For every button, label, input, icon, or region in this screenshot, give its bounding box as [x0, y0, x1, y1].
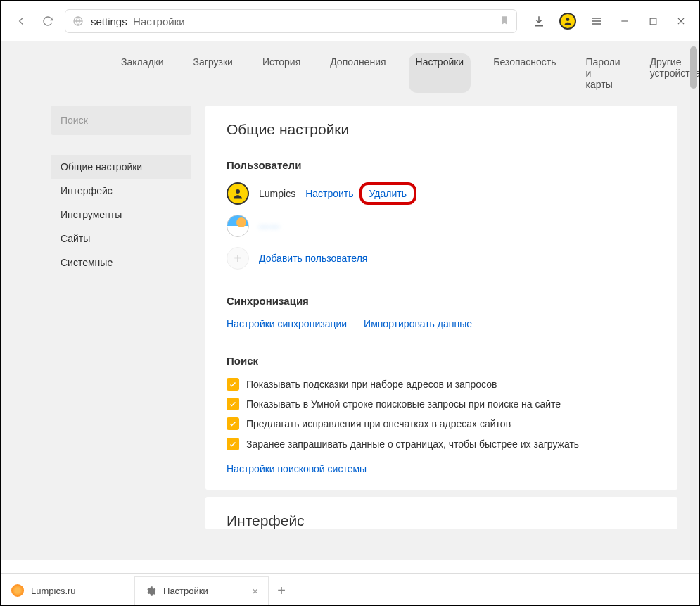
add-user-link[interactable]: Добавить пользователя: [259, 253, 367, 264]
checkbox[interactable]: [227, 398, 239, 410]
close-button[interactable]: [673, 13, 689, 29]
top-tab[interactable]: Настройки: [409, 53, 471, 93]
top-tab[interactable]: Загрузки: [186, 53, 240, 93]
panel-title: Общие настройки: [227, 121, 656, 138]
downloads-icon[interactable]: [531, 13, 547, 29]
close-tab-icon[interactable]: ×: [252, 585, 258, 597]
tab-label: Lumpics.ru: [31, 586, 76, 596]
sync-section: Синхронизация Настройки синхронизации Им…: [227, 295, 656, 329]
section-heading: Поиск: [227, 355, 656, 367]
checkbox-label: Показывать подсказки при наборе адресов …: [246, 378, 497, 391]
sidebar-item[interactable]: Инструменты: [51, 203, 191, 227]
svg-rect-2: [650, 18, 656, 25]
tab-label: Настройки: [163, 586, 208, 596]
svg-point-1: [566, 18, 570, 21]
settings-sidebar: Поиск Общие настройкиИнтерфейсИнструмент…: [51, 106, 191, 560]
checkbox-row: Заранее запрашивать данные о страницах, …: [227, 438, 656, 450]
delete-user-link[interactable]: Удалить: [369, 188, 407, 199]
top-tab[interactable]: Пароли и карты: [579, 53, 628, 93]
settings-top-nav: ЗакладкиЗагрузкиИсторияДополненияНастрой…: [1, 41, 699, 106]
top-tab[interactable]: Дополнения: [323, 53, 393, 93]
user-name: Lumpics: [259, 188, 295, 199]
user-row: ——: [227, 215, 656, 237]
page-viewport: ЗакладкиЗагрузкиИсторияДополненияНастрой…: [1, 41, 699, 560]
checkbox-row: Показывать подсказки при наборе адресов …: [227, 378, 656, 391]
new-tab-button[interactable]: +: [269, 576, 294, 605]
avatar: [227, 215, 249, 237]
top-tab[interactable]: История: [255, 53, 307, 93]
checkbox[interactable]: [227, 417, 239, 430]
gear-icon: [145, 586, 156, 597]
import-data-link[interactable]: Импортировать данные: [364, 318, 472, 329]
sidebar-item[interactable]: Общие настройки: [51, 155, 191, 179]
scrollbar-track[interactable]: [690, 41, 697, 560]
checkbox-row: Показывать в Умной строке поисковые запр…: [227, 398, 656, 410]
users-section: Пользователи Lumpics Настроить Удалить: [227, 159, 656, 270]
checkbox-label: Заранее запрашивать данные о страницах, …: [246, 438, 579, 450]
configure-user-link[interactable]: Настроить: [305, 188, 353, 199]
delete-highlight: Удалить: [359, 182, 416, 205]
sync-settings-link[interactable]: Настройки синхронизации: [227, 318, 347, 329]
general-settings-panel: Общие настройки Пользователи Lumpics Нас…: [205, 106, 677, 490]
menu-icon[interactable]: [589, 13, 604, 29]
maximize-button[interactable]: [645, 13, 661, 29]
svg-point-3: [236, 189, 240, 194]
user-row: Lumpics Настроить Удалить: [227, 182, 656, 205]
address-text: settings Настройки: [91, 15, 492, 27]
search-input[interactable]: Поиск: [51, 106, 191, 135]
checkbox-label: Показывать в Умной строке поисковые запр…: [246, 398, 561, 410]
add-user-row[interactable]: + Добавить пользователя: [227, 247, 656, 270]
globe-icon: [72, 15, 84, 27]
top-tab[interactable]: Безопасность: [486, 53, 563, 93]
section-heading: Пользователи: [227, 159, 656, 171]
avatar: [227, 182, 249, 205]
address-bar[interactable]: settings Настройки: [65, 9, 517, 33]
checkbox[interactable]: [227, 378, 239, 391]
sidebar-item[interactable]: Системные: [51, 251, 191, 274]
checkbox[interactable]: [227, 438, 239, 450]
plus-icon: +: [227, 247, 249, 270]
sidebar-item[interactable]: Интерфейс: [51, 179, 191, 203]
checkbox-row: Предлагать исправления при опечатках в а…: [227, 417, 656, 430]
user-name-blurred: ——: [259, 220, 280, 232]
back-button[interactable]: [11, 11, 31, 31]
browser-tab[interactable]: Lumpics.ru: [1, 576, 135, 605]
section-heading: Синхронизация: [227, 295, 656, 307]
search-section: Поиск Показывать подсказки при наборе ад…: [227, 355, 656, 474]
search-engine-link[interactable]: Настройки поисковой системы: [227, 463, 367, 474]
profile-icon[interactable]: [559, 13, 576, 30]
minimize-button[interactable]: [617, 13, 632, 29]
reload-button[interactable]: [38, 11, 58, 31]
browser-tab[interactable]: Настройки ×: [135, 576, 269, 605]
checkbox-label: Предлагать исправления при опечатках в а…: [246, 417, 511, 430]
sidebar-item[interactable]: Сайты: [51, 227, 191, 251]
bookmark-icon[interactable]: [499, 15, 509, 27]
panel-title: Интерфейс: [227, 512, 656, 529]
browser-tab-strip: Lumpics.ru Настройки × +: [1, 573, 699, 605]
browser-toolbar: settings Настройки: [1, 1, 699, 41]
favicon: [11, 584, 24, 597]
top-tab[interactable]: Закладки: [114, 53, 171, 93]
interface-panel: Интерфейс: [205, 497, 677, 529]
scrollbar-thumb[interactable]: [690, 46, 697, 89]
